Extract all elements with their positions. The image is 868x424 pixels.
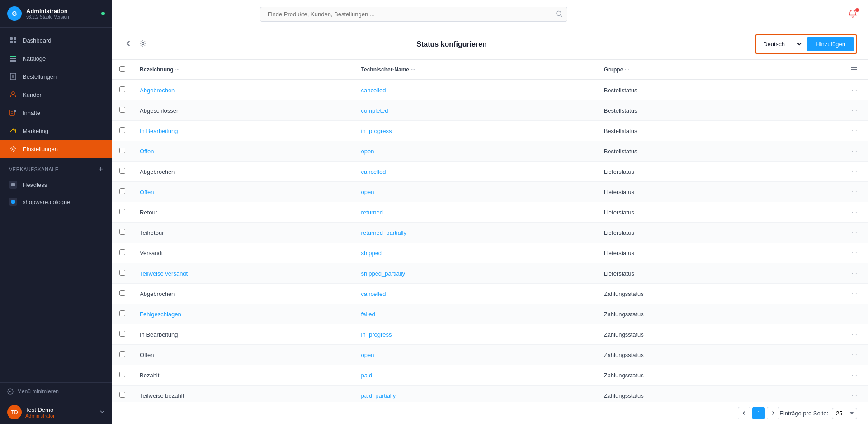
language-select[interactable]: Deutsch English xyxy=(758,38,803,50)
table-row: Abgeschlossen completed Bestellstatus ··… xyxy=(112,100,868,121)
row-checkbox[interactable] xyxy=(119,331,125,337)
row-checkbox[interactable] xyxy=(119,229,125,235)
row-actions: ··· xyxy=(840,141,868,162)
row-gruppe: Zahlungsstatus xyxy=(597,304,789,324)
row-checkbox[interactable] xyxy=(119,107,125,113)
row-actions-button[interactable]: ··· xyxy=(848,126,861,136)
row-gruppe: Zahlungsstatus xyxy=(597,284,789,304)
sidebar-item-dashboard[interactable]: Dashboard xyxy=(0,31,112,49)
row-spacer xyxy=(789,100,840,121)
search-button[interactable] xyxy=(556,10,563,19)
row-checkbox-cell xyxy=(112,202,132,223)
row-actions-button[interactable]: ··· xyxy=(848,289,861,299)
add-sales-channel-button[interactable]: + xyxy=(98,165,103,173)
row-actions-button[interactable]: ··· xyxy=(848,146,861,156)
tech-name-col-menu[interactable]: ··· xyxy=(411,67,415,72)
row-gruppe: Zahlungsstatus xyxy=(597,324,789,345)
row-spacer xyxy=(789,141,840,162)
notification-button[interactable] xyxy=(848,9,857,19)
row-bezeichnung[interactable]: Offen xyxy=(132,141,354,162)
sidebar-item-einstellungen[interactable]: Einstellungen xyxy=(0,140,112,158)
row-gruppe: Bestellstatus xyxy=(597,80,789,100)
row-actions-button[interactable]: ··· xyxy=(848,248,861,258)
header-actions xyxy=(848,9,857,19)
row-actions: ··· xyxy=(840,100,868,121)
row-checkbox[interactable] xyxy=(119,351,125,357)
search-input[interactable] xyxy=(260,7,567,22)
row-checkbox[interactable] xyxy=(119,148,125,153)
row-actions-button[interactable]: ··· xyxy=(848,391,861,400)
row-gruppe: Lieferstatus xyxy=(597,182,789,202)
page-settings-button[interactable] xyxy=(137,38,148,50)
row-bezeichnung[interactable]: Teilweise versandt xyxy=(132,263,354,284)
row-actions-button[interactable]: ··· xyxy=(848,370,861,380)
row-actions: ··· xyxy=(840,324,868,345)
row-actions-button[interactable]: ··· xyxy=(848,350,861,360)
row-bezeichnung[interactable]: Fehlgeschlagen xyxy=(132,304,354,324)
per-page-select[interactable]: 25 10 50 100 xyxy=(832,408,857,419)
svg-rect-6 xyxy=(10,60,16,62)
row-actions-button[interactable]: ··· xyxy=(848,105,861,115)
minimize-menu-button[interactable]: Menü minimieren xyxy=(0,382,112,400)
row-checkbox[interactable] xyxy=(119,310,125,316)
sidebar-item-shopware-cologne[interactable]: shopware.cologne xyxy=(0,193,112,210)
row-checkbox[interactable] xyxy=(119,290,125,296)
gruppe-col-menu[interactable]: ··· xyxy=(625,67,629,72)
row-bezeichnung[interactable]: Offen xyxy=(132,182,354,202)
row-actions: ··· xyxy=(840,365,868,386)
marketing-icon xyxy=(9,127,17,135)
next-page-button[interactable] xyxy=(767,407,779,419)
row-checkbox[interactable] xyxy=(119,270,125,276)
row-checkbox[interactable] xyxy=(119,86,125,92)
table-row: Versandt shipped Lieferstatus ··· xyxy=(112,243,868,263)
sidebar-item-kunden[interactable]: Kunden xyxy=(0,86,112,104)
sidebar-item-kataloge[interactable]: Kataloge xyxy=(0,49,112,67)
sidebar-item-marketing[interactable]: Marketing xyxy=(0,122,112,140)
row-actions-button[interactable]: ··· xyxy=(848,187,861,197)
row-bezeichnung[interactable]: In Bearbeitung xyxy=(132,121,354,141)
page-1-button[interactable]: 1 xyxy=(752,407,765,419)
row-checkbox[interactable] xyxy=(119,372,125,377)
row-checkbox[interactable] xyxy=(119,168,125,174)
row-actions-button[interactable]: ··· xyxy=(848,207,861,217)
svg-rect-24 xyxy=(851,69,857,70)
row-tech-name: shipped xyxy=(354,243,597,263)
sidebar-item-headless[interactable]: Headless xyxy=(0,176,112,193)
user-menu-toggle[interactable] xyxy=(99,409,105,416)
row-checkbox-cell xyxy=(112,243,132,263)
row-gruppe: Bestellstatus xyxy=(597,141,789,162)
back-button[interactable] xyxy=(123,38,134,50)
row-actions-button[interactable]: ··· xyxy=(848,167,861,176)
einstellungen-label: Einstellungen xyxy=(23,146,58,152)
row-spacer xyxy=(789,365,840,386)
row-actions-button[interactable]: ··· xyxy=(848,329,861,339)
row-actions-button[interactable]: ··· xyxy=(848,228,861,238)
sidebar-item-inhalte[interactable]: Inhalte xyxy=(0,104,112,122)
row-actions-button[interactable]: ··· xyxy=(848,268,861,278)
marketing-label: Marketing xyxy=(23,128,48,134)
row-actions-button[interactable]: ··· xyxy=(848,85,861,95)
column-visibility-button[interactable] xyxy=(850,65,858,74)
user-profile[interactable]: TD Test Demo Administrator xyxy=(0,400,112,424)
row-checkbox-cell xyxy=(112,263,132,284)
select-all-checkbox[interactable] xyxy=(119,66,125,72)
row-checkbox[interactable] xyxy=(119,249,125,255)
row-checkbox-cell xyxy=(112,141,132,162)
row-checkbox[interactable] xyxy=(119,127,125,133)
row-checkbox[interactable] xyxy=(119,392,125,398)
add-button[interactable]: Hinzufügen xyxy=(807,37,854,51)
row-checkbox[interactable] xyxy=(119,188,125,194)
row-actions-button[interactable]: ··· xyxy=(848,309,861,319)
row-actions: ··· xyxy=(840,182,868,202)
row-spacer xyxy=(789,223,840,243)
row-bezeichnung[interactable]: Abgebrochen xyxy=(132,80,354,100)
kataloge-icon xyxy=(9,54,17,62)
logo-icon: G xyxy=(7,6,22,21)
sidebar-item-bestellungen[interactable]: Bestellungen xyxy=(0,67,112,86)
row-actions: ··· xyxy=(840,162,868,182)
bezeichnung-col-menu[interactable]: ··· xyxy=(175,67,179,72)
row-tech-name: open xyxy=(354,141,597,162)
prev-page-button[interactable] xyxy=(738,407,750,419)
row-checkbox[interactable] xyxy=(119,209,125,214)
row-tech-name: paid_partially xyxy=(354,386,597,402)
